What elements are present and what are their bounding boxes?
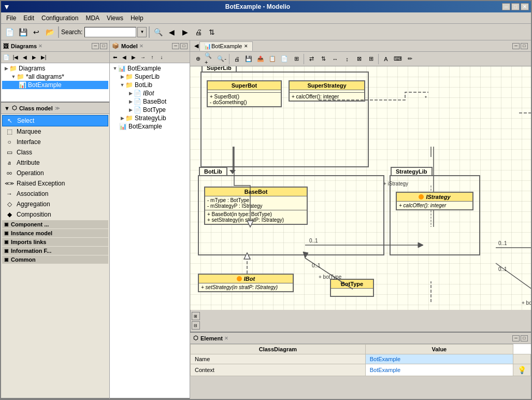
arrange-btn-4[interactable]: ↕ <box>341 53 353 65</box>
palette-section-information[interactable]: ▣ Information F... <box>2 247 108 255</box>
sort-button[interactable]: ⇅ <box>206 26 218 38</box>
bottype-class[interactable]: BotType <box>330 279 374 297</box>
diag-tb-btn-3[interactable]: ◀ <box>21 53 29 62</box>
element-row-context[interactable]: Context BotExample 💡 <box>191 364 531 376</box>
save-button[interactable]: 💾 <box>17 26 29 38</box>
print-diag-btn[interactable]: 🖨 <box>231 53 242 65</box>
zoom-fit-btn[interactable]: ⊕ <box>192 53 204 65</box>
menu-configuration[interactable]: Configuration <box>38 13 81 23</box>
model-tb-btn-2[interactable]: ◀ <box>120 53 128 62</box>
diagram-canvas[interactable]: 0..1 0..1 * * + botType + iStrategy Supe… <box>190 66 531 310</box>
zoom-out-btn[interactable]: 🔍- <box>216 53 227 65</box>
model-tree-botexample-leaf[interactable]: 📊 BotExample <box>111 122 189 131</box>
model-toggle-0[interactable]: ▼ <box>112 66 118 71</box>
grid-btn[interactable]: ⊞ <box>291 53 302 65</box>
palette-section-instance[interactable]: ▣ Instance model <box>2 229 108 237</box>
model-tree-strategylib[interactable]: ▶ 📁 StrategyLib <box>111 114 189 122</box>
element-maximize-btn[interactable]: □ <box>521 335 528 341</box>
istrategy-class[interactable]: IStrategy + calcOffer(): integer <box>396 192 473 210</box>
palette-select[interactable]: ↖ Select <box>2 115 108 126</box>
menu-file[interactable]: File <box>3 13 19 23</box>
menu-edit[interactable]: Edit <box>20 13 37 23</box>
restore-button[interactable]: □ <box>511 3 520 10</box>
model-tree-botlib[interactable]: ▼ 📁 BotLib <box>111 81 189 89</box>
export-btn-1[interactable]: 📤 <box>255 53 266 65</box>
model-tree-ibot[interactable]: ▶ 📄 IBot <box>111 89 189 97</box>
tree-toggle-1[interactable]: ▶ <box>3 66 9 71</box>
palette-association[interactable]: → Association <box>2 189 108 199</box>
rail-btn-2[interactable]: ⊟ <box>192 321 200 330</box>
arrange-btn-2[interactable]: ⇅ <box>318 53 329 65</box>
palette-raised-exception[interactable]: ≪≫ Raised Exception <box>2 178 108 189</box>
arrange-btn-1[interactable]: ⇄ <box>306 53 317 65</box>
model-tb-btn-4[interactable]: → <box>139 53 147 62</box>
navigate-button[interactable]: 🔍 <box>152 26 164 38</box>
diagrams-maximize-btn[interactable]: □ <box>100 43 107 49</box>
model-tb-btn-5[interactable]: ↑ <box>148 53 156 62</box>
model-toggle-2[interactable]: ▼ <box>119 82 125 88</box>
model-tree-superlib[interactable]: ▶ 📁 SuperLib <box>111 73 189 81</box>
save-diag-btn[interactable]: 💾 <box>243 53 254 65</box>
menu-views[interactable]: Views <box>104 13 126 23</box>
palette-composition[interactable]: ◆ Composition <box>2 209 108 220</box>
palette-interface[interactable]: ○ Interface <box>2 137 108 147</box>
arrange-btn-3[interactable]: ↔ <box>329 53 341 65</box>
palette-section-component[interactable]: ▣ Component ... <box>2 220 108 228</box>
diagram-minimize-btn[interactable]: ─ <box>512 43 520 49</box>
arrange-btn-6[interactable]: ⊞ <box>365 53 377 65</box>
model-toggle-6[interactable]: ▶ <box>119 116 125 121</box>
palette-section-common[interactable]: ▣ Common <box>2 255 108 264</box>
prev-button[interactable]: ◀ <box>165 26 178 38</box>
model-tb-btn-3[interactable]: ▶ <box>130 53 138 62</box>
tree-item-botexample[interactable]: 📊 BotExample <box>2 81 108 89</box>
model-tree-bottype[interactable]: ▶ 📄 BotType <box>111 106 189 114</box>
tree-item-diagrams[interactable]: ▶ 📁 Diagrams <box>2 64 108 73</box>
menu-help[interactable]: Help <box>127 13 147 23</box>
model-toggle-4[interactable]: ▶ <box>127 99 134 104</box>
model-toggle-3[interactable]: ▶ <box>127 91 134 96</box>
search-dropdown[interactable]: ▼ <box>137 27 147 37</box>
arrange-btn-5[interactable]: ⊠ <box>353 53 365 65</box>
close-button[interactable]: ✕ <box>521 3 529 10</box>
element-row-name[interactable]: Name BotExample <box>191 354 531 364</box>
diag-tb-btn-4[interactable]: ▶ <box>30 53 38 62</box>
menu-mda[interactable]: MDA <box>82 13 103 23</box>
rail-btn-1[interactable]: ⊞ <box>192 312 200 320</box>
style-btn-3[interactable]: ✏ <box>404 53 415 65</box>
export-btn-3[interactable]: 📄 <box>279 53 290 65</box>
palette-attribute[interactable]: a Attribute <box>2 158 108 168</box>
zoom-in-btn[interactable]: 🔍+ <box>204 53 215 65</box>
next-button[interactable]: ▶ <box>179 26 191 38</box>
export-btn-2[interactable]: 📋 <box>267 53 278 65</box>
tree-toggle-2[interactable]: ▼ <box>10 74 17 79</box>
tree-item-alldiagrams[interactable]: ▼ 📁 *all diagrams* <box>2 73 108 81</box>
basebot-class[interactable]: BaseBot - mType : BotType - mStrategyP :… <box>204 187 308 225</box>
diag-tb-btn-2[interactable]: |◀ <box>11 53 20 62</box>
element-minimize-btn[interactable]: ─ <box>512 335 520 341</box>
palette-class[interactable]: ▭ Class <box>2 147 108 158</box>
superbot-class[interactable]: SuperBot + SuperBot() - doSomething() <box>207 80 282 107</box>
style-btn-2[interactable]: ⌨ <box>392 53 404 65</box>
superstrategy-class[interactable]: SuperStrategy + calcOffer(): integer <box>289 80 365 102</box>
diagram-collapse-btn[interactable]: ◀ <box>193 42 199 49</box>
new-button[interactable]: 📄 <box>3 26 16 38</box>
diagram-tab-botexample[interactable]: 📊 BotExample ✕ <box>199 41 253 51</box>
minimize-button[interactable]: ─ <box>502 3 510 10</box>
print-button[interactable]: 🖨 <box>192 26 205 38</box>
style-btn-1[interactable]: A <box>380 53 392 65</box>
palette-aggregation[interactable]: ◇ Aggregation <box>2 199 108 209</box>
model-tb-btn-6[interactable]: ↓ <box>157 53 166 62</box>
diag-tb-btn-1[interactable]: 📄 <box>2 53 10 62</box>
diagram-tab-close[interactable]: ✕ <box>244 44 248 49</box>
palette-operation[interactable]: oo Operation <box>2 168 108 178</box>
model-minimize-btn[interactable]: ─ <box>172 43 179 49</box>
diag-tb-btn-5[interactable]: ▶| <box>39 53 48 62</box>
palette-marquee[interactable]: ⬚ Marquee <box>2 126 108 137</box>
diagrams-minimize-btn[interactable]: ─ <box>92 43 99 49</box>
undo-button[interactable]: ↩ <box>30 26 42 38</box>
model-tree-basebot[interactable]: ▶ 📄 BaseBot <box>111 97 189 106</box>
model-tree-botexample[interactable]: ▼ 📊 BotExample <box>111 64 189 73</box>
ibot-class[interactable]: IBot + setStrategy(in stratP: IStrategy) <box>198 274 294 292</box>
diagram-maximize-btn[interactable]: □ <box>521 43 528 49</box>
open-button[interactable]: 📂 <box>44 26 56 38</box>
